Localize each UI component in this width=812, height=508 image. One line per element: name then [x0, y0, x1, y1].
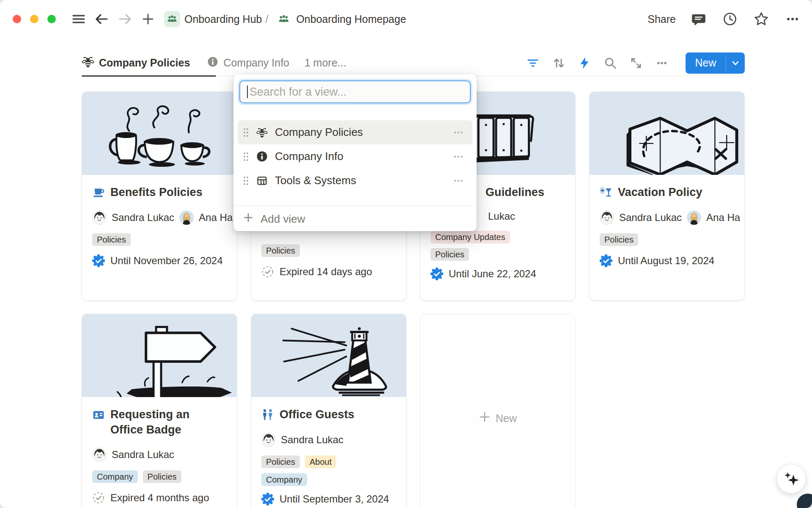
view-tabs-bar: Company Policies Company Info 1 more... [82, 50, 745, 76]
avatar-sandra [261, 433, 276, 447]
view-item-options-button[interactable] [451, 174, 466, 188]
two-people-icon [261, 409, 274, 421]
status-text: Until November 26, 2024 [110, 255, 222, 267]
tabs-more-link[interactable]: 1 more... [304, 57, 346, 69]
view-item-label: Tools & Systems [275, 174, 451, 187]
card-requesting-office-badge[interactable]: Requesting an Office Badge Sandra Lukac … [82, 314, 237, 508]
info-icon [256, 151, 268, 162]
drag-handle-icon[interactable] [243, 176, 250, 186]
tag: Policies [261, 244, 300, 257]
cocktail-sun-icon [600, 186, 612, 199]
comments-icon[interactable] [690, 11, 707, 28]
card-title: Benefits Policies [110, 185, 203, 200]
tag: Company Updates [431, 231, 510, 243]
verified-badge-icon [431, 268, 443, 280]
search-icon[interactable] [603, 56, 617, 70]
view-item-tools-systems[interactable]: Tools & Systems [238, 168, 472, 193]
text-caret [247, 86, 248, 98]
card-title: Requesting an Office Badge [110, 407, 220, 437]
tab-company-policies[interactable]: Company Policies [82, 55, 190, 71]
person-name: Sandra Lukac [112, 449, 174, 461]
favorite-star-icon[interactable] [753, 11, 770, 28]
three-mugs-cover-illustration [82, 92, 237, 175]
card-title: Office Guests [280, 407, 354, 422]
breadcrumb-hub[interactable]: Onboarding Hub [184, 13, 262, 25]
person-name: Sandra Lukac [112, 212, 174, 224]
team-icon [276, 11, 292, 27]
share-button[interactable]: Share [647, 13, 676, 25]
more-options-icon[interactable] [784, 11, 801, 28]
tag: Company [92, 470, 138, 483]
dropdown-divider [233, 206, 477, 206]
back-arrow-icon[interactable] [93, 11, 110, 28]
tag: Company [261, 473, 307, 486]
ai-assistant-button[interactable] [776, 464, 806, 494]
person-name: Sandra Lukac [281, 434, 343, 446]
drag-handle-icon[interactable] [243, 152, 250, 162]
new-page-plus-icon[interactable] [140, 11, 156, 28]
id-badge-icon [92, 409, 105, 421]
bee-icon [82, 55, 94, 71]
status-text: Expired 4 months ago [110, 492, 209, 504]
card-people: Sandra Lukac [261, 433, 402, 447]
new-card-label: New [496, 412, 517, 425]
new-button[interactable]: New [686, 52, 745, 74]
table-icon [256, 175, 268, 186]
view-item-options-button[interactable] [451, 149, 466, 164]
view-item-company-policies[interactable]: Company Policies [238, 120, 472, 144]
signpost-cover-illustration [82, 314, 237, 397]
status-text: Until August 19, 2024 [618, 255, 714, 267]
add-view-button[interactable]: Add view [238, 208, 472, 229]
card-people: Sandra Lukac Ana Ha [92, 210, 233, 225]
active-tab-underline [82, 75, 216, 77]
tab-label: Company Info [223, 57, 289, 69]
tag: Policies [261, 456, 300, 468]
ai-avatar-peek [797, 494, 812, 508]
card-people: Sandra Lukac [92, 447, 233, 462]
card-office-guests[interactable]: Office Guests Sandra Lukac Policies Abou… [251, 314, 406, 508]
avatar-sandra [92, 210, 107, 225]
coffee-cup-icon [92, 186, 105, 199]
info-icon [207, 56, 219, 70]
forward-arrow-icon[interactable] [117, 11, 134, 28]
status-text: Until June 22, 2024 [449, 268, 536, 280]
drag-handle-icon[interactable] [243, 127, 250, 138]
sparkles-icon [782, 469, 801, 488]
status-text: Expired 14 days ago [280, 266, 372, 278]
filter-icon[interactable] [526, 56, 540, 70]
plus-icon [479, 411, 491, 425]
avatar-sandra [92, 447, 107, 462]
view-item-options-button[interactable] [451, 125, 466, 140]
view-search-input[interactable] [239, 80, 471, 103]
view-more-options-icon[interactable] [655, 56, 669, 70]
history-clock-icon[interactable] [721, 11, 738, 28]
card-people: Sandra Lukac Ana Hau [600, 210, 740, 225]
verified-badge-icon [261, 493, 274, 505]
card-benefits-policies[interactable]: Benefits Policies Sandra Lukac Ana Ha [82, 91, 237, 301]
minimize-window-button[interactable] [30, 15, 38, 23]
traffic-lights [13, 15, 56, 23]
new-card-button[interactable]: New [420, 314, 576, 508]
app-window: Onboarding Hub / Onboarding Homepage Sha… [0, 0, 812, 508]
lighthouse-cover-illustration [251, 314, 406, 397]
titlebar: Onboarding Hub / Onboarding Homepage Sha… [0, 0, 812, 38]
avatar-ana [687, 210, 701, 225]
close-window-button[interactable] [13, 15, 21, 23]
card-title: Guidelines [486, 185, 544, 200]
view-search-field [239, 80, 471, 103]
sidebar-menu-icon[interactable] [70, 11, 87, 28]
automation-lightning-icon[interactable] [577, 56, 592, 70]
tag: Policies [92, 233, 131, 246]
tab-label: Company Policies [99, 57, 190, 69]
new-button-label: New [686, 52, 726, 74]
expand-icon[interactable] [629, 56, 643, 70]
tab-company-info[interactable]: Company Info [207, 56, 289, 70]
chevron-down-icon[interactable] [726, 52, 745, 74]
sort-icon[interactable] [551, 56, 566, 70]
view-list: Company Policies Company Info [238, 120, 472, 193]
card-vacation-policy[interactable]: Vacation Policy Sandra Lukac Ana Hau P [589, 91, 745, 301]
person-name: Lukac [488, 210, 515, 222]
view-item-company-info[interactable]: Company Info [238, 144, 472, 168]
zoom-window-button[interactable] [47, 15, 56, 23]
breadcrumb-page[interactable]: Onboarding Homepage [296, 13, 406, 25]
